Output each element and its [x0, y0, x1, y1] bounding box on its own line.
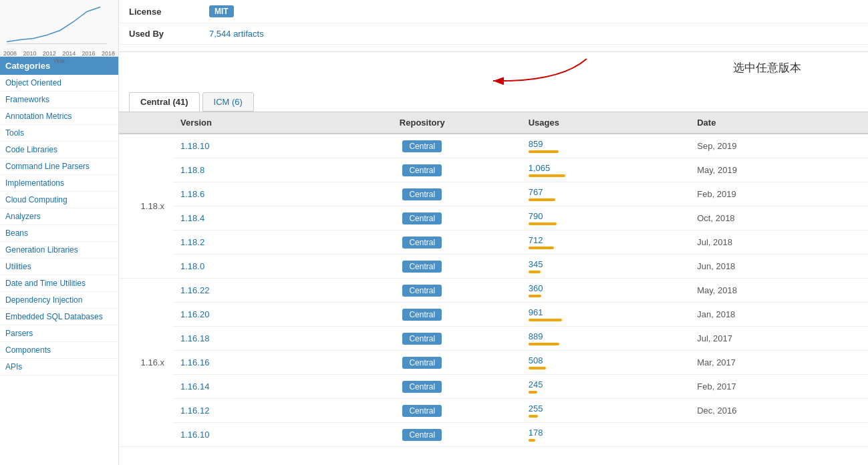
year-2008: 2008 [3, 50, 17, 57]
usages-link[interactable]: 889 [529, 331, 682, 341]
version-cell: 1.18.10 [172, 134, 324, 158]
tab-central[interactable]: Central (41) [129, 92, 200, 112]
main-content: License MIT Used By 7,544 artifacts 选中任意… [119, 0, 868, 465]
version-cell: 1.18.2 [172, 230, 324, 255]
used-by-value[interactable]: 7,544 artifacts [209, 29, 264, 39]
usages-link[interactable]: 255 [529, 404, 682, 414]
version-link[interactable]: 1.16.12 [180, 406, 209, 416]
version-link[interactable]: 1.16.18 [180, 333, 209, 343]
sidebar-item-command-line-parsers[interactable]: Command Line Parsers [0, 158, 118, 175]
sidebar-item-date-time-utilities[interactable]: Date and Time Utilities [0, 275, 118, 292]
repo-badge: Central [402, 164, 442, 176]
version-link[interactable]: 1.18.0 [180, 261, 204, 271]
sidebar-item-parsers[interactable]: Parsers [0, 325, 118, 342]
repo-badge: Central [402, 405, 442, 417]
sidebar-item-generation-libraries[interactable]: Generation Libraries [0, 242, 118, 259]
version-link[interactable]: 1.18.2 [180, 237, 204, 247]
usages-link[interactable]: 712 [529, 235, 682, 245]
usages-link[interactable]: 790 [529, 211, 682, 221]
version-cell: 1.16.16 [172, 351, 324, 375]
col-date: Date [689, 112, 868, 134]
table-row: 1.16.18Central889Jul, 2017 [119, 327, 868, 351]
version-cell: 1.16.10 [172, 423, 324, 447]
sidebar-item-utilities[interactable]: Utilities [0, 259, 118, 275]
usages-link[interactable]: 245 [529, 379, 682, 390]
sidebar-item-components[interactable]: Components [0, 342, 118, 359]
sidebar-item-beans[interactable]: Beans [0, 225, 118, 242]
annotation-area: 选中任意版本 [119, 52, 868, 86]
usages-link[interactable]: 178 [529, 428, 682, 438]
repo-cell: Central [324, 375, 521, 399]
usage-bar [529, 247, 554, 249]
sidebar-item-cloud-computing[interactable]: Cloud Computing [0, 192, 118, 208]
year-2014: 2014 [62, 50, 76, 57]
sidebar-item-frameworks[interactable]: Frameworks [0, 92, 118, 108]
col-repository: Repository [324, 112, 521, 134]
usages-cell: 961 [521, 303, 690, 327]
usages-link[interactable]: 360 [529, 283, 682, 293]
license-label: License [129, 7, 209, 17]
versions-table: Version Repository Usages Date 1.18.x1.1… [119, 112, 868, 447]
version-link[interactable]: 1.18.6 [180, 189, 204, 199]
sidebar-item-tools[interactable]: Tools [0, 125, 118, 142]
year-axis-label: Year [3, 57, 115, 64]
version-link[interactable]: 1.16.22 [180, 285, 209, 295]
sidebar-item-apis[interactable]: APIs [0, 359, 118, 375]
usage-bar [529, 295, 541, 297]
usage-bar [529, 367, 546, 369]
sidebar-item-implementations[interactable]: Implementations [0, 175, 118, 192]
sidebar-item-embedded-sql[interactable]: Embedded SQL Databases [0, 309, 118, 325]
sidebar-item-annotation-metrics[interactable]: Annotation Metrics [0, 108, 118, 125]
usages-link[interactable]: 1,065 [529, 163, 682, 173]
repo-cell: Central [324, 182, 521, 206]
repo-cell: Central [324, 327, 521, 351]
usage-bar [529, 319, 562, 321]
sidebar-item-analyzers[interactable]: Analyzers [0, 208, 118, 225]
usages-cell: 790 [521, 206, 690, 230]
version-link[interactable]: 1.16.16 [180, 357, 209, 367]
version-link[interactable]: 1.16.20 [180, 309, 209, 319]
version-cell: 1.16.22 [172, 279, 324, 303]
usage-bar [529, 343, 559, 345]
year-2018: 2018 [102, 50, 115, 57]
usage-bar [529, 150, 559, 153]
repo-cell: Central [324, 206, 521, 230]
version-link[interactable]: 1.18.4 [180, 213, 204, 223]
version-link[interactable]: 1.18.8 [180, 165, 204, 175]
repo-cell: Central [324, 351, 521, 375]
table-row: 1.16.14Central245Feb, 2017 [119, 375, 868, 399]
year-2016: 2016 [82, 50, 96, 57]
repo-cell: Central [324, 158, 521, 182]
date-cell: Jan, 2018 [689, 303, 868, 327]
version-link[interactable]: 1.16.10 [180, 430, 209, 440]
date-cell: Jul, 2017 [689, 327, 868, 351]
version-cell: 1.18.8 [172, 158, 324, 182]
usages-cell: 859 [521, 134, 690, 158]
sidebar-item-object-oriented[interactable]: Object Oriented [0, 75, 118, 92]
version-link[interactable]: 1.16.14 [180, 381, 209, 392]
annotation-arrow [359, 55, 613, 86]
usage-bar [529, 174, 565, 177]
table-row: 1.16.20Central961Jan, 2018 [119, 303, 868, 327]
usages-link[interactable]: 508 [529, 355, 682, 365]
sidebar-item-code-libraries[interactable]: Code Libraries [0, 142, 118, 158]
date-cell: May, 2018 [689, 279, 868, 303]
usages-cell: 1,065 [521, 158, 690, 182]
version-cell: 1.16.20 [172, 303, 324, 327]
col-group [119, 112, 172, 134]
usages-link[interactable]: 345 [529, 259, 682, 269]
license-row: License MIT [119, 0, 868, 23]
repo-cell: Central [324, 423, 521, 447]
repo-badge: Central [402, 381, 442, 393]
date-cell: Feb, 2019 [689, 182, 868, 206]
version-link[interactable]: 1.18.10 [180, 141, 209, 151]
sidebar-item-dependency-injection[interactable]: Dependency Injection [0, 292, 118, 309]
col-usages: Usages [521, 112, 690, 134]
usages-link[interactable]: 859 [529, 139, 682, 149]
usages-link[interactable]: 961 [529, 307, 682, 317]
repo-badge: Central [402, 188, 442, 200]
group-label: 1.18.x [119, 134, 172, 279]
tab-icm[interactable]: ICM (6) [202, 92, 254, 112]
date-cell [689, 423, 868, 447]
usages-link[interactable]: 767 [529, 187, 682, 197]
